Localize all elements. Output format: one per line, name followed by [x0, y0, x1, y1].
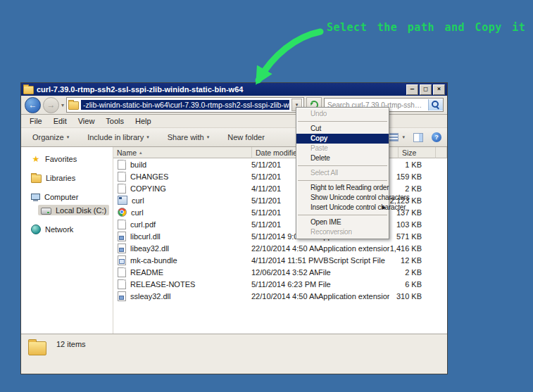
preview-pane-icon[interactable]	[413, 133, 423, 142]
file-size: 1,416 KB	[389, 244, 425, 253]
table-row[interactable]: mk-ca-bundle4/11/2014 11:51 PMVBScript S…	[113, 254, 447, 266]
table-row[interactable]: libcurl.dll5/11/2014 9:05 PMApplication …	[113, 230, 447, 242]
table-row[interactable]: RELEASE-NOTES5/11/2014 6:23 PMFile6 KB	[113, 278, 447, 290]
computer-icon	[31, 194, 40, 201]
file-name: curl.pdf	[130, 220, 156, 229]
file-size: 2 KB	[389, 184, 425, 193]
table-row[interactable]: README12/06/2014 3:52 AMFile2 KB	[113, 266, 447, 278]
folder-icon	[28, 341, 46, 355]
maximize-button[interactable]: □	[420, 84, 432, 95]
explorer-window: curl-7.39.0-rtmp-ssh2-ssl-sspi-zlib-wini…	[20, 82, 448, 374]
column-header-name[interactable]: Name▴	[113, 147, 252, 158]
libraries-icon	[31, 175, 42, 183]
context-menu-item-paste: Paste	[296, 144, 389, 153]
close-button[interactable]: ×	[433, 84, 445, 95]
title-bar[interactable]: curl-7.39.0-rtmp-ssh2-ssl-sspi-zlib-wini…	[21, 83, 447, 96]
menu-separator	[298, 180, 387, 181]
sidebar-item-computer[interactable]: Computer	[28, 192, 113, 202]
toolbar-include-in-library[interactable]: Include in library▾	[82, 131, 155, 144]
sidebar-item-libraries[interactable]: Libraries	[28, 172, 113, 184]
sidebar-item-label: Favorites	[45, 155, 77, 163]
application-icon	[118, 196, 127, 205]
file-name: build	[130, 160, 146, 169]
back-button[interactable]: ←	[25, 97, 41, 113]
chevron-down-icon: ▾	[402, 134, 405, 140]
file-name-cell: README	[118, 267, 251, 277]
chevron-down-icon: ▾	[67, 134, 70, 140]
sidebar-item-label: Computer	[44, 193, 78, 201]
submenu-arrow-icon: ▶	[382, 203, 386, 213]
navigation-pane: FavoritesLibrariesComputerLocal Disk (C:…	[21, 147, 113, 334]
context-menu-item-reconversion: Reconversion	[296, 227, 389, 237]
address-selected-text[interactable]: -zlib-winidn-static-bin-w64\curl-7.39.0-…	[81, 100, 289, 110]
sidebar-item-local-disk-c[interactable]: Local Disk (C:)	[38, 205, 109, 215]
file-date: 22/10/2014 4:50 AM	[251, 292, 318, 301]
sidebar-item-network[interactable]: Network	[28, 224, 113, 235]
file-name: curl	[132, 196, 144, 205]
help-icon[interactable]: ?	[432, 132, 441, 142]
toolbar-share-with[interactable]: Share with▾	[162, 131, 215, 144]
context-menu-item-delete[interactable]: Delete	[296, 153, 389, 163]
menu-edit[interactable]: Edit	[48, 116, 73, 126]
folder-icon	[68, 101, 79, 110]
file-size: 310 KB	[389, 292, 425, 301]
context-menu-item-right-to-left-reading-order[interactable]: Right to left Reading order	[296, 183, 389, 193]
file-name: COPYING	[130, 184, 166, 193]
table-row[interactable]: curl.pdf5/11/201103 KB	[113, 218, 447, 230]
dll-icon	[118, 232, 126, 241]
table-row[interactable]: CHANGES5/11/201159 KB	[113, 170, 447, 182]
folder-icon	[23, 86, 34, 94]
forward-button[interactable]: →	[43, 97, 59, 113]
status-bar: 12 items	[21, 334, 447, 374]
menu-help[interactable]: Help	[130, 116, 157, 126]
chevron-down-icon: ▾	[146, 134, 149, 140]
annotation-text: Select the path and Copy it	[327, 21, 525, 34]
item-count: 12 items	[56, 340, 86, 348]
context-menu-item-cut[interactable]: Cut	[296, 124, 389, 134]
file-name: RELEASE-NOTES	[130, 280, 195, 289]
context-menu: UndoCutCopyPasteDeleteSelect AllRight to…	[296, 107, 389, 239]
history-chevron-icon[interactable]: ▾	[61, 102, 64, 108]
context-menu-item-show-unicode-control-characters[interactable]: Show Unicode control characters	[296, 193, 389, 203]
vbscript-icon	[118, 255, 126, 265]
context-menu-item-select-all: Select All	[296, 168, 389, 178]
file-name-cell: curl.pdf	[118, 220, 251, 229]
table-row[interactable]: build5/11/2011 KB	[113, 158, 447, 170]
file-size: 2 KB	[389, 268, 425, 277]
sidebar-item-favorites[interactable]: Favorites	[28, 154, 113, 164]
column-header-size[interactable]: Size	[399, 147, 436, 158]
file-type: File	[318, 268, 389, 277]
text-file-icon	[118, 172, 126, 182]
star-icon	[31, 155, 41, 163]
window-title: curl-7.39.0-rtmp-ssh2-ssl-sspi-zlib-wini…	[37, 85, 403, 94]
sort-ascending-icon: ▴	[139, 150, 142, 156]
file-name-cell: build	[118, 160, 251, 170]
table-row[interactable]: libeay32.dll22/10/2014 4:50 AMApplicatio…	[113, 242, 447, 254]
context-menu-item-open-ime[interactable]: Open IME	[296, 217, 389, 227]
address-bar[interactable]: -zlib-winidn-static-bin-w64\curl-7.39.0-…	[66, 97, 304, 113]
chrome-html-icon	[118, 208, 127, 217]
menu-view[interactable]: View	[73, 116, 101, 126]
minimize-button[interactable]: –	[406, 84, 418, 95]
text-file-icon	[118, 267, 126, 277]
menu-file[interactable]: File	[24, 116, 48, 126]
toolbar-organize[interactable]: Organize▾	[27, 131, 75, 144]
file-date: 5/11/2014 6:23 PM	[251, 280, 318, 289]
dll-icon	[118, 291, 126, 301]
file-date: 22/10/2014 4:50 AM	[251, 244, 318, 253]
sidebar-item-label: Local Disk (C:)	[56, 206, 106, 215]
menu-tools[interactable]: Tools	[100, 116, 130, 126]
file-size: 159 KB	[389, 172, 425, 181]
sidebar-item-label: Libraries	[46, 174, 75, 182]
table-row[interactable]: ssleay32.dll22/10/2014 4:50 AMApplicatio…	[113, 290, 447, 302]
file-date: 4/11/2014 11:51 PM	[251, 256, 318, 265]
file-size: 12 KB	[389, 256, 425, 265]
change-view-button[interactable]: ▾	[389, 133, 405, 141]
column-header-extra[interactable]	[436, 147, 447, 158]
context-menu-item-insert-unicode-control-character[interactable]: Insert Unicode control character▶	[296, 203, 389, 213]
column-headers: Name▴Date modifiedTypeSize	[113, 147, 447, 158]
context-menu-item-copy[interactable]: Copy	[296, 134, 389, 144]
toolbar-new-folder[interactable]: New folder	[222, 131, 270, 144]
file-name: ssleay32.dll	[130, 292, 170, 301]
search-button[interactable]	[428, 99, 443, 110]
